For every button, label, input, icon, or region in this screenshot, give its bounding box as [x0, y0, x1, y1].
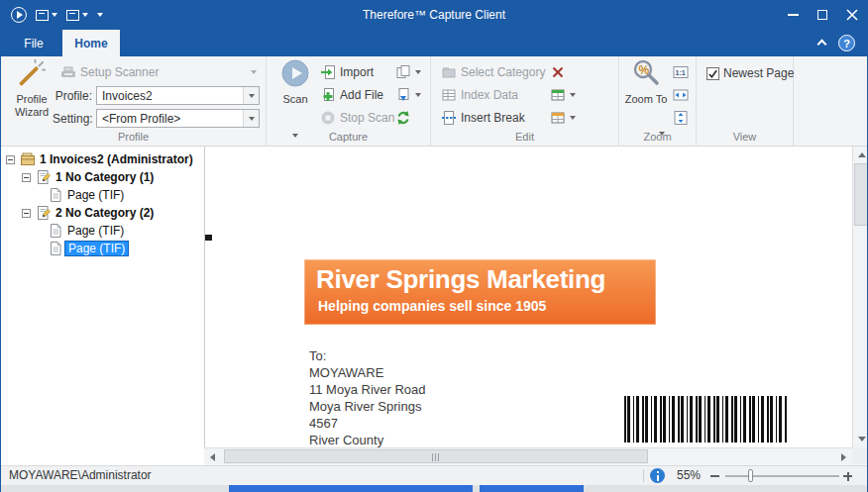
quick-access-send-button[interactable]	[66, 10, 88, 21]
tree-collapse-icon[interactable]	[6, 155, 15, 164]
tree-item-label: 2 No Category (2)	[55, 206, 154, 220]
scan-label: Scan	[274, 93, 316, 106]
quick-access-save-button[interactable]	[36, 10, 57, 21]
setting-combobox[interactable]: <From Profile>	[96, 109, 260, 128]
logged-in-user: MOYAWARE\Administrator	[9, 466, 152, 485]
document-viewer[interactable]: River Springs Marketing Helping companie…	[204, 147, 852, 447]
address-block: To: MOYAWARE 11 Moya River Road Moya Riv…	[309, 347, 426, 447]
newest-page-checkbox[interactable]: Newest Page	[706, 64, 794, 82]
scroll-right-button[interactable]	[835, 448, 852, 465]
chevron-down-icon	[249, 117, 255, 121]
append-page-button[interactable]	[395, 63, 421, 81]
table-orange-icon	[550, 110, 566, 126]
close-icon	[846, 9, 858, 21]
vertical-scrollbar[interactable]	[852, 147, 868, 447]
zoom-out-button[interactable]	[710, 475, 719, 477]
checkbox-checked-icon	[706, 67, 719, 80]
horizontal-scrollbar-thumb[interactable]	[224, 449, 648, 463]
scanner-icon	[60, 64, 76, 80]
quick-access-scan-icon[interactable]	[11, 7, 27, 23]
arrow-left-icon	[210, 453, 215, 461]
select-category-label: Select Category	[461, 65, 545, 79]
stop-scan-button[interactable]: Stop Scan	[320, 109, 394, 127]
tree-item-page[interactable]: Page (TIF)	[1, 186, 204, 204]
barcode-image	[624, 396, 787, 443]
setting-combobox-arrow[interactable]	[243, 110, 259, 127]
banner-title: River Springs Marketing	[304, 259, 656, 295]
profile-wizard-label: Profile Wizard	[7, 93, 56, 119]
add-file-icon	[320, 87, 336, 103]
refresh-button[interactable]	[395, 109, 411, 127]
thumb-grip-icon	[432, 453, 440, 461]
stop-scan-icon	[320, 110, 336, 126]
index-data-options-button[interactable]	[550, 86, 576, 104]
tree-item-page[interactable]: Page (TIF)	[1, 222, 204, 240]
batch-tree-panel: 1 Invoices2 (Administrator) 1 No Categor…	[1, 147, 204, 465]
setup-scanner-button[interactable]: Setup Scanner	[60, 63, 159, 81]
statusbar-separator	[643, 469, 644, 482]
horizontal-scrollbar[interactable]	[204, 447, 852, 464]
clear-category-button[interactable]	[550, 63, 566, 81]
arrow-down-icon	[858, 437, 866, 442]
zoom-slider-thumb[interactable]	[748, 469, 753, 482]
quick-access-toolbar-menu-icon[interactable]	[97, 13, 103, 17]
table-green-icon	[550, 87, 566, 103]
zoom-in-button[interactable]	[843, 472, 852, 481]
arrow-up-icon	[858, 152, 866, 157]
minimize-button[interactable]	[778, 0, 808, 30]
tree-item-category-2[interactable]: 2 No Category (2)	[1, 204, 204, 222]
profile-combobox-value: Invoices2	[97, 89, 243, 103]
group-label-zoom: Zoom	[619, 131, 696, 143]
tree-item-batch[interactable]: 1 Invoices2 (Administrator)	[1, 150, 204, 168]
index-data-label: Index Data	[461, 88, 518, 102]
select-category-button[interactable]: Select Category	[441, 63, 545, 81]
chevron-down-icon	[570, 116, 576, 120]
tab-file[interactable]: File	[9, 30, 58, 56]
maximize-button[interactable]	[808, 0, 837, 30]
address-line: To:	[309, 347, 426, 364]
index-data-button[interactable]: Index Data	[441, 86, 518, 104]
add-file-button[interactable]: Add File	[320, 86, 383, 104]
scroll-up-button[interactable]	[853, 147, 868, 163]
tree-item-category-1[interactable]: 1 No Category (1)	[1, 168, 204, 186]
zoom-slider-track[interactable]	[725, 475, 839, 477]
window-title: Therefore™ Capture Client	[363, 0, 505, 30]
close-button[interactable]	[837, 0, 867, 30]
scroll-down-button[interactable]	[853, 431, 868, 447]
tree-collapse-icon[interactable]	[22, 173, 31, 182]
setup-scanner-dropdown-icon[interactable]	[251, 70, 257, 74]
import-button[interactable]: Import	[320, 63, 374, 81]
profile-combobox-arrow[interactable]	[243, 87, 259, 104]
status-bar: MOYAWARE\Administrator 55%	[1, 465, 867, 485]
chevron-down-icon	[82, 13, 88, 17]
fit-width-button[interactable]	[673, 86, 689, 104]
zoom-to-label: Zoom To	[623, 93, 669, 106]
category-icon	[36, 205, 52, 221]
insert-break-options-button[interactable]	[550, 109, 576, 127]
scroll-left-button[interactable]	[204, 448, 221, 465]
collapse-ribbon-button[interactable]	[815, 38, 827, 49]
maximize-icon	[817, 10, 827, 20]
scan-icon	[280, 58, 310, 88]
setup-scanner-label: Setup Scanner	[80, 65, 159, 79]
vertical-scrollbar-thumb[interactable]	[854, 163, 868, 226]
zoom-percentage: 55%	[677, 466, 701, 485]
insert-page-button[interactable]	[395, 86, 421, 104]
tree-collapse-icon[interactable]	[22, 209, 31, 218]
help-button[interactable]: ?	[838, 35, 855, 51]
profile-combobox[interactable]: Invoices2	[96, 86, 260, 105]
insert-break-button[interactable]: Insert Break	[441, 109, 525, 127]
index-data-icon	[441, 87, 457, 103]
tab-home[interactable]: Home	[62, 30, 120, 56]
category-tag-icon	[441, 64, 457, 80]
actual-size-button[interactable]: 1:1	[673, 63, 689, 81]
info-icon[interactable]	[650, 468, 665, 483]
stop-scan-label: Stop Scan	[340, 111, 394, 125]
ribbon-tab-bar: File Home ?	[1, 30, 867, 56]
save-icon	[36, 10, 49, 21]
tree-item-page-selected[interactable]: Page (TIF)	[1, 240, 204, 257]
add-file-label: Add File	[340, 88, 383, 102]
fit-page-button[interactable]	[673, 109, 689, 127]
taskbar-sliver	[1, 485, 867, 492]
arrow-right-icon	[841, 453, 846, 461]
